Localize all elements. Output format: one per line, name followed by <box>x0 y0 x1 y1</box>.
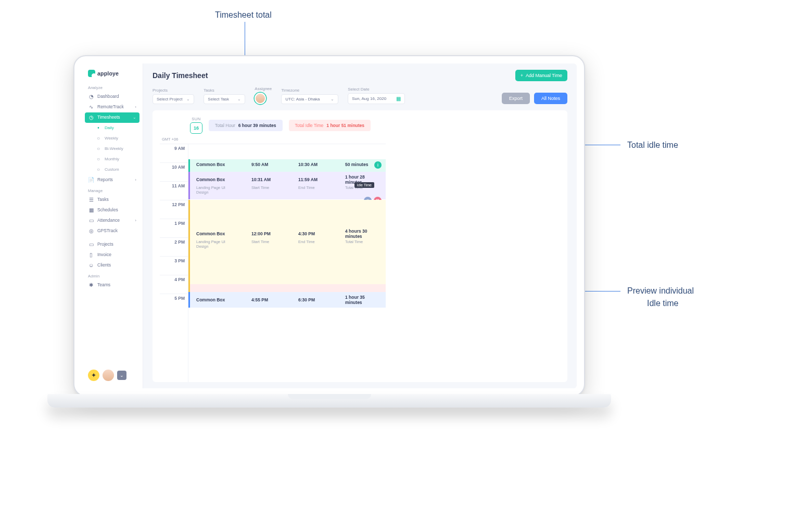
filter-label: Tasks <box>204 88 245 93</box>
sidebar-item-label: Timesheets <box>97 115 120 121</box>
select-value: UTC: Asia - Dhaka <box>285 97 320 102</box>
entry-duration: 4 hours 30 minutes <box>345 229 374 239</box>
calendar-icon: ▦ <box>88 207 94 214</box>
time-grid: 9 AM 10 AM 11 AM 12 PM 1 PM 2 PM 3 PM 4 … <box>160 144 560 382</box>
section-manage: Manage <box>85 185 139 195</box>
document-icon: 📄 <box>88 176 94 184</box>
sidebar-sub-biweekly[interactable]: ○ Bi-Weekly <box>85 144 139 154</box>
laptop-frame: apploye Analyze ◔ Dashboard ∿ RemoteTrac… <box>73 55 585 397</box>
page-title: Daily Timesheet <box>153 71 208 80</box>
sidebar-menu-button[interactable]: ⌄ <box>117 371 126 380</box>
time-label: 1 PM <box>160 219 188 237</box>
sidebar-item-label: Teams <box>97 282 110 288</box>
sidebar-sub-monthly[interactable]: ○ Monthly <box>85 154 139 164</box>
premium-badge-icon[interactable]: ✦ <box>88 370 99 381</box>
sidebar-item-attendance[interactable]: ▭ Attendance › <box>85 215 139 226</box>
entry-duration: 50 minutes <box>345 162 374 167</box>
chevron-right-icon: › <box>135 177 136 183</box>
folder-icon: ▭ <box>88 241 94 248</box>
sidebar-item-label: Invoice <box>97 252 111 258</box>
sidebar-item-label: Weekly <box>105 135 118 141</box>
sidebar-item-clients[interactable]: ☺ Clients <box>85 260 139 271</box>
dot-icon: • <box>95 124 102 132</box>
avatar[interactable] <box>103 370 114 381</box>
filter-timezone: Timezone UTC: Asia - Dhaka ⌄ <box>281 88 338 104</box>
sidebar-item-label: Attendance <box>97 218 120 224</box>
time-label: 10 AM <box>160 162 188 181</box>
time-entry[interactable]: Common Box 12:00 PM 4:30 PM 4 hours 30 m… <box>188 200 386 284</box>
sidebar-item-invoice[interactable]: ▯ Invoice <box>85 250 139 260</box>
add-manual-time-button[interactable]: + Add Manual Time <box>515 70 567 81</box>
day-number: 16 <box>190 122 202 134</box>
projects-select[interactable]: Select Project ⌄ <box>153 94 194 104</box>
logo[interactable]: apploye <box>85 68 139 82</box>
sidebar-item-schedules[interactable]: ▦ Schedules <box>85 205 139 215</box>
filter-label: Timezone <box>281 88 338 93</box>
plus-icon: + <box>521 73 523 78</box>
info-icon[interactable]: i <box>374 161 382 169</box>
sidebar-item-timesheets[interactable]: ◷ Timesheets ⌄ <box>85 112 139 123</box>
annotation-preview-2: Idle time <box>647 299 678 308</box>
pin-icon: ◎ <box>88 227 94 235</box>
sidebar-item-remotetrack[interactable]: ∿ RemoteTrack › <box>85 102 139 112</box>
chevron-down-icon: ⌄ <box>186 97 190 102</box>
sidebar-sub-custom[interactable]: ○ Custom <box>85 164 139 175</box>
entry-start: 4:55 PM <box>251 297 281 302</box>
time-label: 4 PM <box>160 275 188 294</box>
all-notes-button[interactable]: All Notes <box>534 93 567 104</box>
app-screen: apploye Analyze ◔ Dashboard ∿ RemoteTrac… <box>82 64 577 388</box>
entry-sub: Landing Page UI Design <box>196 239 234 249</box>
laptop-base <box>47 394 611 408</box>
pill-label: Total Idle Time <box>295 123 324 128</box>
section-admin: Admin <box>85 271 139 280</box>
time-entry[interactable]: Common Box 9:50 AM 10:30 AM 50 minutes i <box>188 159 386 172</box>
pill-value: 1 hour 51 minutes <box>326 123 364 128</box>
gauge-icon: ◔ <box>88 93 94 100</box>
entry-sub: Landing Page UI Design <box>196 185 234 195</box>
badge-icon: ▭ <box>88 217 94 224</box>
total-idle-pill: Total Idle Time 1 hour 51 minutes <box>289 120 371 131</box>
day-chip: SUN 16 <box>190 117 202 134</box>
sidebar-item-label: Projects <box>97 242 113 248</box>
list-icon: ☰ <box>88 196 94 204</box>
time-label: 3 PM <box>160 256 188 275</box>
sidebar-item-tasks[interactable]: ☰ Tasks <box>85 195 139 205</box>
time-label: 12 PM <box>160 200 188 219</box>
panel-head: SUN 16 Total Hour 6 hour 39 minutes Tota… <box>160 117 560 134</box>
sidebar-item-projects[interactable]: ▭ Projects <box>85 239 139 250</box>
assignee-avatar[interactable] <box>255 93 266 104</box>
pill-label: Total Hour <box>215 123 235 128</box>
chevron-right-icon: › <box>135 218 136 223</box>
timezone-select[interactable]: UTC: Asia - Dhaka ⌄ <box>281 94 338 104</box>
dot-icon: ○ <box>95 166 102 173</box>
time-entry[interactable]: Common Box 4:55 PM 6:30 PM 1 hour 35 min… <box>188 292 386 308</box>
filter-date: Select Date Sun, Aug 16, 2020 ▦ <box>348 87 405 104</box>
calendar-icon: ▦ <box>396 96 401 102</box>
sidebar-sub-daily[interactable]: • Daily <box>85 123 139 133</box>
team-icon: ✱ <box>88 282 94 289</box>
entry-total-label: Total Time <box>345 239 374 249</box>
sidebar-item-label: Dashboard <box>97 94 119 100</box>
tasks-select[interactable]: Select Task ⌄ <box>204 94 245 104</box>
time-label: 11 AM <box>160 181 188 200</box>
sidebar-item-gpstrack[interactable]: ◎ GPSTrack <box>85 226 139 236</box>
sidebar-item-label: Daily <box>105 125 114 131</box>
entry-end: 6:30 PM <box>298 297 327 302</box>
sidebar-item-label: RemoteTrack <box>97 104 124 110</box>
sidebar-sub-weekly[interactable]: ○ Weekly <box>85 133 139 144</box>
filter-assignee: Assignee <box>255 86 272 104</box>
export-button[interactable]: Export <box>502 93 530 104</box>
entry-name: Common Box <box>196 231 234 236</box>
logo-icon <box>88 70 95 77</box>
chevron-down-icon: ⌄ <box>331 97 334 102</box>
entry-name: Common Box <box>196 177 234 182</box>
time-entry[interactable]: Common Box 10:31 AM 11:59 AM 1 hour 28 m… <box>188 172 386 199</box>
sidebar-item-reports[interactable]: 📄 Reports › <box>85 175 139 185</box>
event-column: Common Box 9:50 AM 10:30 AM 50 minutes i… <box>188 144 386 382</box>
receipt-icon: ▯ <box>88 251 94 259</box>
date-picker[interactable]: Sun, Aug 16, 2020 ▦ <box>348 93 405 104</box>
pill-value: 6 hour 39 minutes <box>238 123 276 128</box>
sidebar-item-label: Bi-Weekly <box>105 146 123 151</box>
sidebar-item-dashboard[interactable]: ◔ Dashboard <box>85 92 139 102</box>
sidebar-item-teams[interactable]: ✱ Teams <box>85 280 139 290</box>
